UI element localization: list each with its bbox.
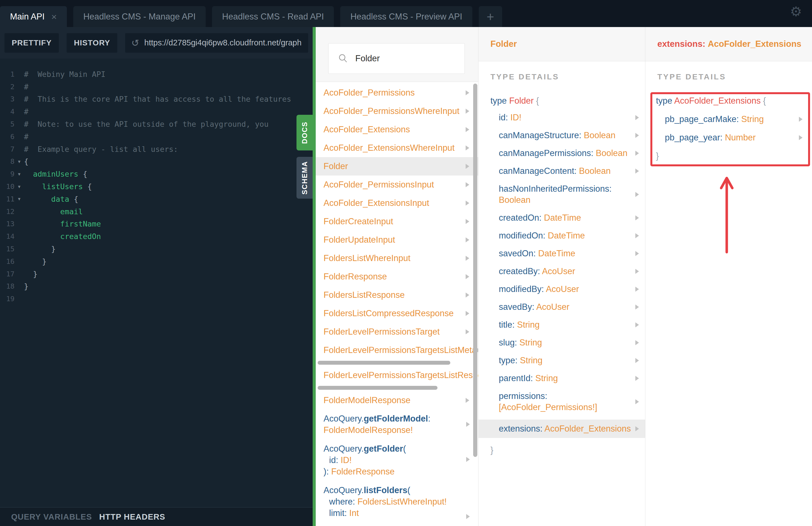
code-line: 18} (0, 280, 313, 293)
docs-search-box[interactable] (328, 43, 465, 74)
list-item[interactable]: AcoFolder_PermissionsWhereInput (316, 102, 478, 120)
list-item[interactable]: FolderUpdateInput (316, 231, 478, 249)
code-line: 8▾{ (0, 156, 313, 168)
section-label: TYPE DETAILS (657, 72, 812, 81)
field-row[interactable]: canManageStructure: Boolean (478, 130, 645, 141)
vertical-scrollbar[interactable] (473, 84, 477, 457)
list-item-selected[interactable]: Folder (316, 157, 478, 176)
field-row[interactable]: permissions: [AcoFolder_Permissions!] (478, 391, 645, 413)
query-list-item[interactable]: AcoQuery.getFolderModel: FolderModelResp… (316, 410, 478, 440)
field-row[interactable]: slug: String (478, 337, 645, 348)
tab-headless-cms-preview-api[interactable]: Headless CMS - Preview API (340, 6, 472, 27)
list-item[interactable]: AcoFolder_ExtensionsWhereInput (316, 139, 478, 157)
fold-arrow-icon[interactable]: ▾ (14, 184, 24, 190)
tab-headless-cms-read-api[interactable]: Headless CMS - Read API (212, 6, 334, 27)
fold-arrow-icon[interactable]: ▾ (14, 196, 24, 202)
field-row[interactable]: id: ID! (478, 112, 645, 123)
docs-side-tab[interactable]: DOCS (296, 115, 313, 150)
field-row[interactable]: canManagePermissions: Boolean (478, 148, 645, 159)
section-label: TYPE DETAILS (490, 72, 645, 81)
docs-panel-divider[interactable] (313, 27, 316, 526)
fold-arrow-icon[interactable]: ▾ (14, 159, 24, 165)
list-item[interactable]: FolderModelResponse (316, 391, 478, 410)
list-item[interactable]: FolderCreateInput (316, 212, 478, 231)
fold-arrow-icon[interactable]: ▾ (14, 171, 24, 177)
query-variables-toggle[interactable]: QUERY VARIABLES (11, 512, 92, 522)
field-row[interactable]: savedBy: AcoUser (478, 302, 645, 312)
tab-label: Headless CMS - Manage API (83, 12, 195, 22)
endpoint-url-input[interactable] (144, 38, 302, 48)
list-item[interactable]: FoldersListResponse (316, 286, 478, 304)
list-item[interactable]: AcoFolder_Extensions (316, 120, 478, 139)
field-row-selected[interactable]: extensions: AcoFolder_Extensions (478, 420, 645, 438)
expand-arrow-icon (799, 117, 802, 122)
annotation-highlight-box: type AcoFolder_Extensions { pb_page_carM… (650, 92, 810, 166)
expand-arrow-icon (466, 145, 469, 150)
query-list-item[interactable]: AcoQuery.getFolder( id: ID! ): FolderRes… (316, 440, 478, 481)
endpoint-url-bar[interactable]: ↺ (125, 33, 308, 53)
type-close-brace: } (656, 150, 808, 162)
prettify-button[interactable]: PRETTIFY (4, 33, 59, 53)
query-editor[interactable]: 1# Webiny Main API 2# 3# This is the cor… (0, 59, 313, 507)
http-headers-toggle[interactable]: HTTP HEADERS (99, 512, 165, 522)
new-tab-button[interactable]: + (479, 6, 502, 27)
field-row[interactable]: title: String (478, 319, 645, 331)
code-line: 13 firstName (0, 218, 313, 230)
field-row[interactable]: hasNonInheritedPermissions: Boolean (478, 183, 645, 206)
expand-arrow-icon (799, 135, 802, 140)
horizontal-scrollbar[interactable] (318, 361, 450, 365)
field-row[interactable]: canManageContent: Boolean (478, 165, 645, 177)
expand-arrow-icon (635, 215, 639, 220)
annotation-arrow-icon (719, 175, 735, 255)
expand-arrow-icon (466, 237, 469, 243)
list-item[interactable]: FolderLevelPermissionsTargetsListMeta (316, 341, 478, 360)
expand-arrow-icon (635, 426, 639, 431)
field-row[interactable]: savedOn: DateTime (478, 248, 645, 259)
tab-label: Headless CMS - Read API (222, 12, 324, 22)
list-item[interactable]: FoldersListCompressedResponse (316, 304, 478, 323)
field-row[interactable]: createdBy: AcoUser (478, 266, 645, 277)
code-line: 11▾ data { (0, 193, 313, 205)
list-item[interactable]: FolderLevelPermissionsTarget (316, 323, 478, 341)
type-declaration: type AcoFolder_Extensions { (656, 95, 808, 106)
list-item[interactable]: FoldersListWhereInput (316, 249, 478, 267)
horizontal-scrollbar[interactable] (318, 386, 437, 390)
expand-arrow-icon (466, 311, 469, 316)
list-item[interactable]: FolderResponse (316, 267, 478, 286)
expand-arrow-icon (466, 201, 469, 206)
list-item[interactable]: AcoFolder_ExtensionsInput (316, 194, 478, 212)
list-item[interactable]: FolderLevelPermissionsTargetsListRespons… (316, 366, 478, 384)
field-row[interactable]: modifiedBy: AcoUser (478, 283, 645, 295)
panel-title: extensions: AcoFolder_Extensions (646, 27, 812, 61)
schema-side-tab[interactable]: SCHEMA (296, 157, 313, 199)
field-row[interactable]: parentId: String (478, 373, 645, 384)
expand-arrow-icon (466, 90, 469, 95)
close-icon[interactable]: × (51, 12, 57, 21)
expand-arrow-icon (635, 233, 639, 238)
field-row[interactable]: pb_page_year: Number (652, 132, 808, 143)
expand-arrow-icon (466, 514, 470, 519)
field-row[interactable]: type: String (478, 355, 645, 366)
field-row[interactable]: pb_page_carMake: String (652, 114, 808, 125)
field-row[interactable]: createdOn: DateTime (478, 212, 645, 223)
expand-arrow-icon (466, 329, 469, 334)
field-list: id: ID! canManageStructure: Boolean canM… (478, 112, 645, 438)
code-line: 6# (0, 130, 313, 143)
editor-footer: QUERY VARIABLES HTTP HEADERS (0, 507, 313, 526)
type-declaration: type Folder { (490, 95, 645, 106)
tab-main-api[interactable]: Main API × (0, 6, 67, 27)
folder-type-panel: Folder TYPE DETAILS type Folder { id: ID… (478, 27, 646, 526)
docs-search-input[interactable] (355, 53, 467, 64)
graphql-playground-window: Main API × Headless CMS - Manage API Hea… (0, 0, 812, 526)
gear-icon[interactable]: ⚙ (790, 5, 802, 18)
list-item[interactable]: AcoFolder_Permissions (316, 84, 478, 102)
tab-headless-cms-manage-api[interactable]: Headless CMS - Manage API (73, 6, 206, 27)
expand-arrow-icon (635, 287, 639, 292)
expand-arrow-icon (635, 192, 639, 197)
reload-icon[interactable]: ↺ (131, 38, 139, 48)
query-list-item[interactable]: AcoQuery.listFolders( where: FoldersList… (316, 481, 478, 523)
field-row[interactable]: modifiedOn: DateTime (478, 230, 645, 241)
list-item[interactable]: AcoFolder_PermissionsInput (316, 176, 478, 194)
expand-arrow-icon (635, 305, 639, 309)
history-button[interactable]: HISTORY (67, 33, 117, 53)
